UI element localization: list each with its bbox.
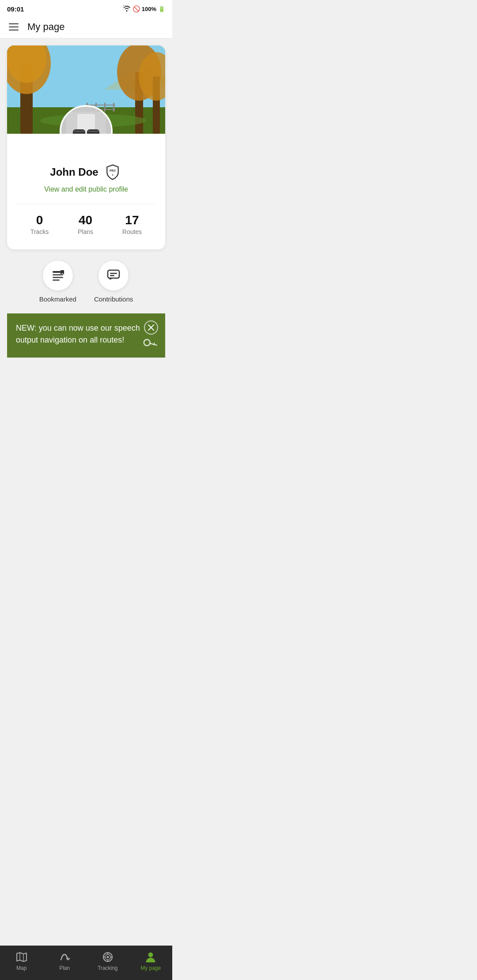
profile-body: John Doe PRO + View and edit public prof… [7, 134, 165, 249]
notification-banner: NEW: you can now use our speech output n… [7, 313, 165, 358]
svg-rect-37 [108, 270, 119, 278]
svg-rect-15 [113, 103, 114, 112]
routes-count: 17 [122, 213, 142, 227]
svg-rect-34 [53, 274, 63, 275]
svg-rect-28 [88, 131, 98, 132]
svg-text:+: + [112, 173, 114, 177]
contributions-button[interactable]: Contributions [94, 260, 133, 303]
tracks-count: 0 [30, 213, 49, 227]
page-title: My page [27, 21, 64, 33]
battery-text: 100% [142, 6, 156, 12]
routes-label: Routes [122, 228, 142, 235]
status-icons: 🚫 100% 🔋 [123, 5, 165, 13]
svg-point-42 [143, 338, 151, 347]
plans-label: Plans [78, 228, 93, 235]
contributions-icon-circle [98, 260, 129, 291]
notification-text: NEW: you can now use our speech output n… [16, 322, 143, 346]
tracks-label: Tracks [30, 228, 49, 235]
svg-rect-36 [53, 279, 60, 281]
edit-profile-link[interactable]: View and edit public profile [16, 185, 156, 193]
bookmarked-icon-circle [42, 260, 73, 291]
menu-button[interactable] [7, 22, 20, 32]
top-bar: My page [0, 16, 172, 38]
profile-name-row: John Doe PRO + [16, 162, 156, 182]
contributions-label: Contributions [94, 295, 133, 303]
svg-rect-39 [110, 275, 114, 276]
bookmarked-button[interactable]: Bookmarked [39, 260, 76, 303]
status-bar: 09:01 🚫 100% 🔋 [0, 0, 172, 16]
bookmarked-label: Bookmarked [39, 295, 76, 303]
svg-rect-38 [110, 273, 117, 274]
plans-count: 40 [78, 213, 93, 227]
battery-icon: 🔋 [158, 6, 165, 12]
cover-photo [7, 45, 165, 134]
svg-rect-35 [53, 277, 63, 278]
action-buttons: Bookmarked Contributions [7, 249, 165, 313]
signal-blocked-icon: 🚫 [132, 5, 140, 12]
svg-line-43 [150, 341, 157, 347]
svg-rect-23 [74, 131, 84, 132]
pro-badge: PRO + [103, 162, 122, 182]
svg-rect-14 [104, 103, 106, 112]
profile-card: John Doe PRO + View and edit public prof… [7, 45, 165, 249]
stat-tracks[interactable]: 0 Tracks [30, 213, 49, 235]
notification-close-button[interactable] [144, 320, 158, 335]
stat-routes[interactable]: 17 Routes [122, 213, 142, 235]
stats-row: 0 Tracks 40 Plans 17 Routes [16, 204, 156, 239]
svg-rect-29 [88, 133, 98, 134]
profile-name: John Doe [50, 166, 98, 178]
stat-plans[interactable]: 40 Plans [78, 213, 93, 235]
wifi-icon [123, 5, 131, 13]
status-time: 09:01 [7, 5, 24, 13]
key-icon [141, 335, 159, 354]
svg-text:PRO: PRO [110, 169, 116, 172]
svg-rect-24 [74, 133, 84, 134]
main-content: John Doe PRO + View and edit public prof… [0, 38, 172, 400]
